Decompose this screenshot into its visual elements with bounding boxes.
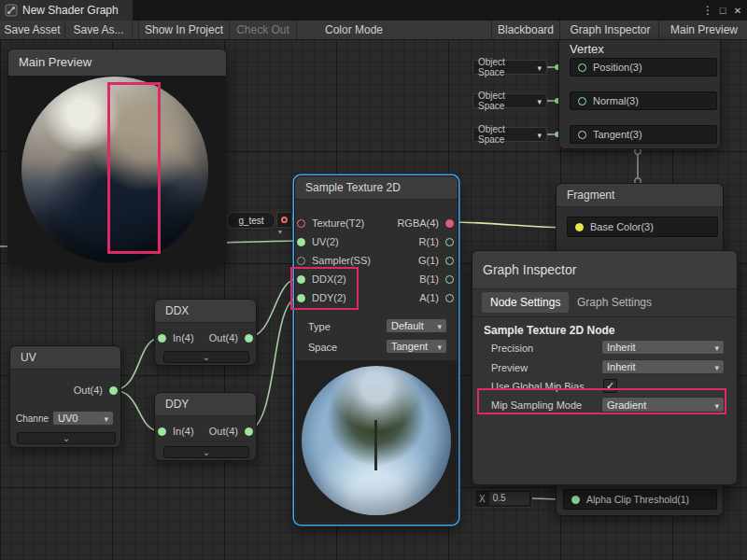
maximize-icon[interactable]: [715, 4, 730, 17]
preview-value: Inherit: [607, 361, 636, 372]
uv-node-title: UV: [10, 346, 120, 370]
show-in-project-button[interactable]: Show In Project: [138, 21, 230, 39]
window-tab[interactable]: New Shader Graph: [0, 0, 133, 21]
output-r[interactable]: R(1): [404, 236, 454, 247]
fragment-block-basecolor[interactable]: Base Color(3): [567, 217, 718, 237]
alpha-clip-port[interactable]: [571, 496, 580, 504]
mip-bias-checkbox[interactable]: [603, 379, 617, 393]
ddx-collapse-chevron[interactable]: [163, 351, 249, 363]
input-ddx[interactable]: DDX(2): [297, 273, 346, 285]
vertex-block-tangent[interactable]: Tangent(3): [570, 125, 717, 144]
r-port[interactable]: [445, 238, 454, 246]
texture-port[interactable]: [297, 219, 305, 228]
inspector-node-title: Sample Texture 2D Node: [484, 324, 614, 337]
mip-mode-dropdown[interactable]: Gradient: [601, 397, 725, 413]
preview-dropdown[interactable]: Inherit: [601, 359, 725, 374]
property-port-box[interactable]: [276, 212, 292, 228]
output-a[interactable]: A(1): [404, 292, 454, 303]
normal-space-value: Object Space: [478, 91, 533, 111]
graph-inspector-panel: Graph Inspector Node Settings Graph Sett…: [472, 250, 738, 485]
texture-label: Texture(T2): [312, 217, 364, 229]
vertex-block-normal[interactable]: Normal(3): [570, 91, 717, 110]
position-space-dropdown[interactable]: Object Space: [472, 60, 547, 75]
titlebar: New Shader Graph: [0, 0, 747, 21]
precision-dropdown[interactable]: Inherit: [601, 340, 725, 355]
tangent-port[interactable]: [578, 131, 586, 139]
tangent-label: Tangent(3): [593, 129, 642, 140]
input-uv[interactable]: UV(2): [297, 236, 339, 247]
uv-channel-value: UV0: [58, 413, 78, 424]
tab-graph-settings[interactable]: Graph Settings: [569, 292, 660, 313]
ddy-port[interactable]: [297, 294, 305, 302]
window-title: New Shader Graph: [22, 4, 119, 17]
input-ddy[interactable]: DDY(2): [297, 292, 346, 303]
ddy-in-port[interactable]: [158, 427, 166, 436]
graph-inspector-button[interactable]: Graph Inspector: [562, 21, 659, 39]
input-texture[interactable]: Texture(T2): [297, 217, 364, 229]
ddx-out-label: Out(4): [209, 332, 238, 343]
blackboard-button[interactable]: Blackboard: [491, 21, 560, 39]
save-as-button[interactable]: Save As...: [65, 21, 133, 39]
normal-port[interactable]: [578, 97, 586, 105]
rgba-port[interactable]: [445, 219, 454, 228]
kebab-menu-icon[interactable]: [700, 4, 715, 17]
graph-inspector-title[interactable]: Graph Inspector: [472, 251, 737, 289]
output-rgba[interactable]: RGBA(4): [383, 217, 454, 229]
input-sampler[interactable]: Sampler(SS): [297, 255, 371, 266]
uv-collapse-chevron[interactable]: [17, 432, 116, 444]
ddy-in[interactable]: In(4): [158, 426, 194, 437]
ddx-node-title: DDX: [155, 300, 256, 323]
ddx-out-port[interactable]: [245, 334, 253, 343]
ddy-out-port[interactable]: [245, 427, 253, 436]
main-preview-button[interactable]: Main Preview: [661, 21, 747, 39]
position-port[interactable]: [578, 63, 586, 72]
tangent-space-dropdown[interactable]: Object Space: [472, 127, 547, 142]
ddy-in-label: In(4): [173, 426, 194, 437]
fragment-node-title: Fragment: [557, 184, 723, 207]
space-label: Space: [308, 342, 337, 353]
uv-channel-label: Channe: [16, 413, 49, 424]
g-port[interactable]: [445, 257, 454, 265]
main-preview-sphere: [21, 77, 208, 263]
ddx-in-label: In(4): [173, 332, 194, 343]
normal-label: Normal(3): [593, 95, 639, 106]
ddy-label: DDY(2): [312, 292, 346, 303]
tab-node-settings[interactable]: Node Settings: [482, 292, 569, 313]
base-color-port[interactable]: [575, 223, 584, 231]
rgba-label: RGBA(4): [397, 217, 439, 229]
ddx-in[interactable]: In(4): [158, 332, 194, 343]
space-dropdown[interactable]: Tangent: [386, 339, 447, 354]
type-dropdown[interactable]: Default: [386, 318, 447, 333]
shader-graph-window: New Shader Graph Save Asset Save As... S…: [0, 0, 747, 560]
close-icon[interactable]: [730, 4, 745, 17]
sampler-port[interactable]: [297, 257, 305, 265]
chevron-down-icon: [711, 342, 719, 353]
toolbar: Save Asset Save As... Show In Project Ch…: [0, 21, 747, 40]
ddy-out[interactable]: Out(4): [204, 426, 253, 437]
fragment-block-alphaclip[interactable]: Alpha Clip Threshold(1): [563, 489, 717, 510]
position-space-value: Object Space: [478, 57, 533, 77]
save-asset-button[interactable]: Save Asset: [0, 21, 65, 39]
uv-channel-dropdown[interactable]: UV0: [52, 411, 114, 426]
texture-property-port[interactable]: [281, 217, 288, 223]
alpha-clip-x-field[interactable]: X 0.5: [474, 489, 532, 508]
normal-space-dropdown[interactable]: Object Space: [472, 93, 547, 108]
x-value-input[interactable]: 0.5: [489, 492, 529, 505]
main-preview-title[interactable]: Main Preview: [8, 49, 226, 77]
output-b[interactable]: B(1): [404, 273, 454, 285]
ddx-out[interactable]: Out(4): [204, 332, 253, 343]
ddx-in-port[interactable]: [158, 334, 166, 343]
b-port[interactable]: [445, 275, 454, 284]
chevron-down-icon[interactable]: ▾: [278, 228, 282, 236]
uv-port[interactable]: [297, 238, 305, 246]
tangent-space-value: Object Space: [478, 124, 533, 145]
ddx-port[interactable]: [297, 275, 305, 284]
uv-out[interactable]: Out(4): [63, 385, 118, 396]
mip-mode-value: Gradient: [607, 399, 646, 411]
ddy-collapse-chevron[interactable]: [163, 446, 249, 458]
a-port[interactable]: [445, 294, 454, 302]
property-node[interactable]: g_test: [227, 212, 275, 229]
uv-out-port[interactable]: [109, 386, 118, 395]
output-g[interactable]: G(1): [404, 255, 454, 266]
vertex-block-position[interactable]: Position(3): [570, 58, 717, 77]
